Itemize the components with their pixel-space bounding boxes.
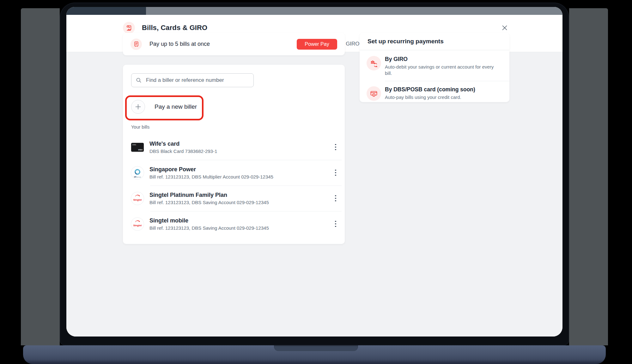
recurring-header: Set up recurring payments (360, 33, 509, 50)
bill-row[interactable]: Singtel Singtel Platinum Family Plan Bil… (131, 185, 340, 211)
bill-name: Singapore Power (149, 166, 273, 173)
power-pay-text: Pay up to 5 bills at once (149, 41, 210, 47)
recurring-payments-card: Set up recurring payments By GIRO Auto-d… (360, 33, 509, 102)
bill-scroll-icon (123, 22, 135, 34)
laptop-screen-bezel: Bills, Cards & GIRO BillsCredit cardsMan… (60, 3, 569, 345)
recurring-item[interactable]: By GIRO Auto-debit your savings or curre… (360, 51, 509, 81)
bill-detail: Bill ref. 123123123, DBS Multiplier Acco… (149, 174, 273, 179)
laptop-base (23, 345, 606, 364)
bill-name: Singtel Platinum Family Plan (149, 192, 269, 198)
page-title: Bills, Cards & GIRO (142, 24, 207, 32)
bill-name: Singtel mobile (149, 217, 269, 224)
recurring-item-texts: By GIRO Auto-debit your savings or curre… (385, 56, 501, 76)
bill-logo: SPgroup (131, 167, 144, 179)
bill-texts: Singtel mobile Bill ref. 123123123, DBS … (149, 217, 269, 231)
bill-options-kebab-icon[interactable] (331, 142, 340, 153)
recurring-item-description: Auto-pay bills using your credit card. (385, 94, 475, 100)
title-wrap: Bills, Cards & GIRO (123, 22, 207, 34)
bills-list-card: Pay a new biller Your bills DBSVISA Wife… (123, 65, 345, 244)
your-bills-heading: Your bills (131, 124, 149, 130)
bill-options-kebab-icon[interactable] (331, 193, 340, 204)
bill-texts: Singtel Platinum Family Plan Bill ref. 1… (149, 192, 269, 205)
bill-texts: Wife's card DBS Black Card 7383682-293-1 (149, 141, 217, 154)
bill-detail: DBS Black Card 7383682-293-1 (149, 149, 217, 154)
bill-name: Wife's card (149, 141, 217, 147)
svg-text:Singtel: Singtel (133, 198, 142, 201)
plus-icon (131, 100, 145, 114)
svg-text:SPgroup: SPgroup (134, 176, 141, 178)
bill-logo: Singtel (131, 192, 144, 205)
card-dollar-icon: $ (367, 86, 381, 101)
power-pay-inner: Pay up to 5 bills at once Power Pay (123, 33, 345, 55)
bill-row[interactable]: DBSVISA Wife's card DBS Black Card 73836… (131, 134, 340, 160)
bill-row[interactable]: SPgroup Singapore Power Bill ref. 123123… (131, 160, 340, 185)
sp-group-logo: SPgroup (131, 167, 144, 179)
receipt-icon (131, 39, 142, 50)
power-pay-button[interactable]: Power Pay (297, 39, 337, 50)
laptop-hinge-notch (274, 345, 358, 351)
close-icon[interactable] (501, 24, 509, 32)
power-pay-card: Pay up to 5 bills at once Power Pay (123, 33, 345, 55)
search-icon (135, 77, 142, 84)
bill-options-kebab-icon[interactable] (331, 219, 340, 229)
laptop-mockup: Bills, Cards & GIRO BillsCredit cardsMan… (0, 0, 632, 364)
recurring-item[interactable]: $ By DBS/POSB card (coming soon) Auto-pa… (360, 81, 509, 106)
pay-new-biller-button[interactable]: Pay a new biller (131, 100, 197, 114)
biller-search-field[interactable] (131, 73, 254, 87)
bill-detail: Bill ref. 123123123, DBS Saving Account … (149, 225, 269, 231)
singtel-logo: Singtel (131, 192, 144, 205)
dbs-black-card-logo: DBSVISA (131, 143, 144, 152)
bill-options-kebab-icon[interactable] (331, 167, 340, 178)
bills-app: Bills, Cards & GIRO BillsCredit cardsMan… (66, 15, 562, 337)
laptop-right-edge (569, 8, 608, 345)
bill-logo: DBSVISA (131, 141, 144, 154)
recurring-items: By GIRO Auto-debit your savings or curre… (360, 51, 509, 106)
recurring-title: Set up recurring payments (368, 38, 444, 45)
browser-tab-segment (66, 7, 146, 15)
browser-top-bar (66, 7, 562, 15)
your-bills-list: DBSVISA Wife's card DBS Black Card 73836… (131, 134, 340, 237)
search-input[interactable] (145, 77, 250, 84)
bill-texts: Singapore Power Bill ref. 123123123, DBS… (149, 166, 273, 179)
giro-refresh-icon (367, 56, 381, 70)
recurring-item-title: By GIRO (385, 56, 501, 63)
laptop-left-edge (21, 8, 60, 345)
svg-text:Singtel: Singtel (133, 224, 142, 227)
bill-row[interactable]: Singtel Singtel mobile Bill ref. 1231231… (131, 211, 340, 237)
recurring-item-description: Auto-debit your savings or current accou… (385, 64, 501, 76)
bill-logo: Singtel (131, 218, 144, 230)
laptop-screen: Bills, Cards & GIRO BillsCredit cardsMan… (66, 7, 562, 337)
pay-new-biller-label: Pay a new biller (155, 103, 197, 110)
recurring-item-title: By DBS/POSB card (coming soon) (385, 86, 475, 93)
svg-text:$: $ (373, 94, 374, 96)
singtel-logo: Singtel (131, 218, 144, 230)
recurring-item-texts: By DBS/POSB card (coming soon) Auto-pay … (385, 86, 475, 100)
bill-detail: Bill ref. 123123123, DBS Saving Account … (149, 200, 269, 205)
